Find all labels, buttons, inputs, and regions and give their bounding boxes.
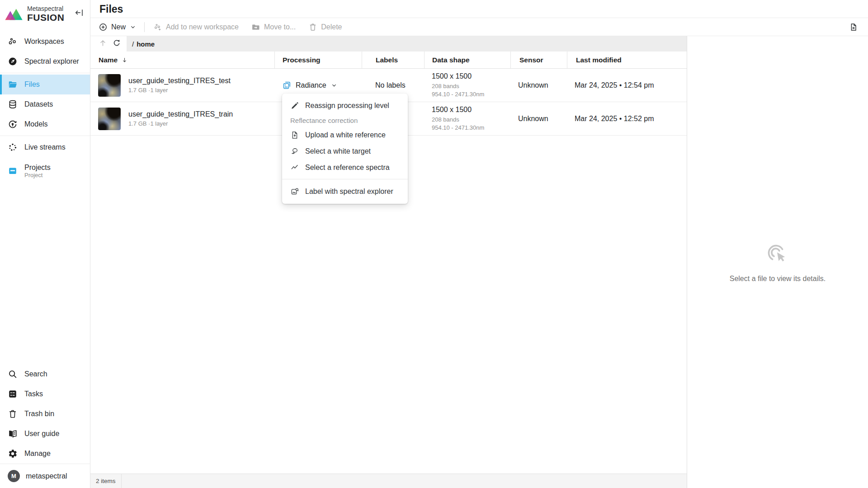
live-streams-icon (8, 142, 18, 152)
menu-item-label-with-spectral-explorer[interactable]: Label with spectral explorer (282, 183, 408, 201)
file-details-toggle-button[interactable] (849, 23, 858, 32)
book-icon (8, 429, 18, 439)
sidebar-item-label: Models (24, 120, 48, 128)
sidebar-item-label: Manage (24, 450, 51, 458)
last-modified-cell: Mar 24, 2025 • 12:54 pm (567, 69, 687, 102)
sidebar-nav: Workspaces Spectral explorer (0, 28, 90, 184)
sidebar-item-trash-bin[interactable]: Trash bin (0, 404, 90, 424)
sidebar-item-models[interactable]: Models (0, 114, 90, 134)
menu-item-label: Reassign processing level (305, 102, 389, 110)
delete-label: Delete (321, 23, 342, 31)
sidebar-collapse-button[interactable] (75, 8, 85, 18)
search-icon (8, 369, 18, 379)
sidebar-item-label: Search (24, 370, 47, 378)
sidebar-item-spectral-explorer[interactable]: Spectral explorer (0, 52, 90, 71)
menu-item-select-white-target[interactable]: Select a white target (282, 143, 408, 160)
sidebar-item-label: Trash bin (24, 410, 54, 418)
shape-dimensions: 1500 x 1500 (432, 106, 472, 114)
lasso-target-icon (290, 147, 299, 156)
column-header-name[interactable]: Name (90, 52, 274, 68)
sidebar-item-label: Files (24, 80, 40, 89)
move-to-button[interactable]: Move to... (251, 23, 296, 32)
table-header: Name Processing Labels Da (90, 52, 687, 69)
column-header-data-shape[interactable]: Data shape (424, 52, 510, 68)
shape-wavelength-range: 954.10 - 2471.30nm (432, 124, 484, 132)
file-meta: 1.7 GB ·1 layer (128, 120, 233, 127)
add-to-workspace-button[interactable]: Add to new workspace (153, 23, 239, 32)
refresh-button[interactable] (109, 37, 123, 51)
folder-icon (8, 80, 18, 89)
column-header-labels[interactable]: Labels (362, 52, 424, 68)
breadcrumb[interactable]: / home (127, 36, 687, 52)
details-panel: Select a file to view its details. (687, 36, 868, 488)
sidebar: Metaspectral FUSION Workspaces (0, 0, 90, 488)
processing-level-dropdown[interactable]: Radiance (282, 80, 338, 90)
name-cell: user_guide_testing_ITRES_test 1.7 GB ·1 … (90, 69, 274, 102)
processing-dropdown-menu: Reassign processing level Reflectance co… (282, 94, 408, 204)
sidebar-item-search[interactable]: Search (0, 364, 90, 384)
sensor-value: Unknown (518, 115, 548, 123)
sensor-cell: Unknown (510, 102, 567, 135)
menu-item-upload-white-reference[interactable]: Upload a white reference (282, 127, 408, 143)
file-name: user_guide_testing_ITRES_test (128, 77, 231, 85)
menu-item-label: Label with spectral explorer (305, 188, 393, 196)
sensor-value: Unknown (518, 81, 548, 89)
workspaces-icon (8, 37, 18, 47)
title-bar: Files (90, 0, 868, 18)
status-bar-divider (121, 474, 122, 488)
page-title: Files (99, 3, 868, 15)
sidebar-item-live-streams[interactable]: Live streams (0, 137, 90, 157)
processing-level-value: Radiance (296, 81, 326, 89)
add-to-workspace-label: Add to new workspace (166, 23, 239, 31)
sidebar-divider (0, 73, 90, 73)
sidebar-item-label: User guide (24, 430, 59, 438)
main-area: Files New (90, 0, 868, 488)
trash-icon (8, 409, 18, 419)
delete-button[interactable]: Delete (308, 23, 342, 32)
tasks-icon (8, 389, 18, 399)
last-modified-value: Mar 24, 2025 • 12:52 pm (575, 115, 654, 123)
sidebar-item-label: Live streams (24, 143, 66, 151)
column-header-processing[interactable]: Processing (274, 52, 362, 68)
shape-bands: 208 bands (432, 82, 459, 90)
sidebar-item-files[interactable]: Files (0, 75, 90, 94)
chevron-down-icon (330, 82, 338, 89)
pencil-icon (290, 101, 299, 110)
brand-logo-icon (4, 5, 24, 22)
details-placeholder-text: Select a file to view its details. (730, 275, 826, 283)
shape-bands: 208 bands (432, 116, 459, 124)
sidebar-item-label: Tasks (24, 390, 43, 398)
sidebar-item-label: Datasets (24, 100, 53, 108)
menu-item-select-reference-spectra[interactable]: Select a reference spectra (282, 160, 408, 176)
toolbar-divider (144, 22, 145, 32)
sidebar-item-workspaces[interactable]: Workspaces (0, 32, 90, 52)
name-cell: user_guide_testing_ITRES_train 1.7 GB ·1… (90, 102, 274, 135)
sidebar-item-label: Projects (24, 163, 51, 172)
labels-value: No labels (375, 81, 406, 89)
status-bar: 2 items (90, 474, 687, 488)
database-icon (8, 99, 18, 109)
item-count: 2 items (90, 474, 121, 488)
sidebar-bottom: Search Tasks (0, 364, 90, 488)
navigate-up-button[interactable] (96, 37, 109, 51)
sidebar-item-projects[interactable]: Projects Project (0, 157, 90, 184)
menu-item-label: Select a white target (305, 147, 371, 155)
sidebar-item-user-guide[interactable]: User guide (0, 424, 90, 444)
menu-item-reassign-processing-level[interactable]: Reassign processing level (282, 98, 408, 114)
sidebar-item-manage[interactable]: Manage (0, 444, 90, 464)
sidebar-item-tasks[interactable]: Tasks (0, 384, 90, 404)
shape-dimensions: 1500 x 1500 (432, 72, 472, 80)
column-header-sensor[interactable]: Sensor (510, 52, 567, 68)
compass-icon (8, 56, 18, 66)
model-cycle-icon (8, 119, 18, 129)
sidebar-item-datasets[interactable]: Datasets (0, 94, 90, 114)
user-account-item[interactable]: M metaspectral (0, 464, 90, 488)
new-button[interactable]: New (99, 23, 137, 32)
column-header-last-modified[interactable]: Last modified (567, 52, 687, 68)
refresh-icon (112, 39, 121, 49)
file-meta: 1.7 GB ·1 layer (128, 87, 231, 94)
shape-wavelength-range: 954.10 - 2471.30nm (432, 90, 484, 99)
last-modified-value: Mar 24, 2025 • 12:54 pm (575, 81, 654, 89)
brand-area: Metaspectral FUSION (0, 0, 90, 28)
image-search-icon (290, 187, 299, 196)
